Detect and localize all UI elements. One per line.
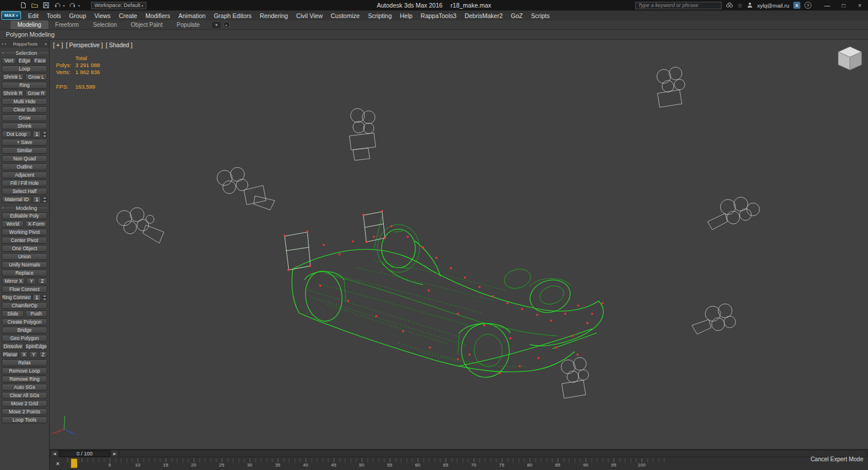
rt-button-similar[interactable]: Similar <box>2 147 47 154</box>
rt-button-planar[interactable]: Planar <box>2 351 19 358</box>
rt-button-shrink-l[interactable]: Shrink L <box>2 73 24 80</box>
menu-customize[interactable]: Customize <box>327 10 364 20</box>
menu-scripts[interactable]: Scripts <box>527 10 554 20</box>
ribbon-tab-object-paint[interactable]: Object Paint <box>124 20 169 29</box>
rt-button-shrink-r[interactable]: Shrink R <box>2 90 24 97</box>
rt-button-replace[interactable]: Replace <box>2 269 47 276</box>
open-file-icon[interactable] <box>31 2 38 9</box>
ribbon-tab-modeling[interactable]: Modeling <box>10 20 48 29</box>
viewcube[interactable] <box>838 47 862 70</box>
rt-button-world[interactable]: World <box>2 220 24 227</box>
redo-icon[interactable] <box>69 2 76 9</box>
rt-button-z[interactable]: Z <box>37 278 47 285</box>
menu-help[interactable]: Help <box>396 10 416 20</box>
rt-button-union[interactable]: Union <box>2 253 47 260</box>
viewport-shading-menu[interactable]: [ Shaded ] <box>106 42 132 48</box>
rt-button-loop-tools[interactable]: Loop Tools <box>2 416 47 423</box>
new-scene-icon[interactable] <box>20 2 27 9</box>
track-bar-strip[interactable] <box>120 450 867 457</box>
rt-button-chamferop[interactable]: ChamferOp <box>2 302 47 309</box>
rt-button-one-object[interactable]: One Object <box>2 245 47 252</box>
rt-button-loop[interactable]: Loop <box>2 65 47 72</box>
menu-rendering[interactable]: Rendering <box>256 10 292 20</box>
panel-close-icon[interactable]: × <box>44 41 47 47</box>
rt-button-x-form[interactable]: X-Form <box>25 220 47 227</box>
rt-button-clear-sub[interactable]: Clear Sub <box>2 106 47 113</box>
rt-button-y[interactable]: Y <box>26 278 36 285</box>
rt-button-dot-loop[interactable]: Dot Loop <box>2 131 32 138</box>
rt-button-z[interactable]: Z <box>39 351 47 358</box>
exchange-apps-icon[interactable]: X <box>793 2 800 9</box>
close-button[interactable]: × <box>852 0 868 10</box>
rt-button-working-pivot[interactable]: Working Pivot <box>2 229 47 236</box>
rt-button-dissolve[interactable]: Dissolve <box>2 343 24 350</box>
rt-spinner-value-dot-loop[interactable]: 1 <box>33 131 41 138</box>
rt-button-remove-loop[interactable]: Remove Loop <box>2 367 47 374</box>
timeline-ruler[interactable]: × 51015202530354045505560657075808590951… <box>50 457 868 470</box>
track-bar[interactable]: ◀ 0 / 100 ▶ <box>50 449 868 457</box>
menu-graph-editors[interactable]: Graph Editors <box>209 10 256 20</box>
rt-button-material-id[interactable]: Material ID <box>2 196 32 203</box>
rt-spinner-value-ring-connect[interactable]: 1 <box>33 294 41 301</box>
rt-button-y[interactable]: Y <box>29 351 37 358</box>
rt-button-flow-connect[interactable]: Flow Connect <box>2 286 47 293</box>
rt-button-slide[interactable]: Slide <box>2 310 24 317</box>
ribbon-minimize-icon[interactable]: ▾ <box>212 22 220 28</box>
menu-animation[interactable]: Animation <box>174 10 210 20</box>
rt-spinner-value-material-id[interactable]: 1 <box>33 196 41 203</box>
maximize-button[interactable]: □ <box>835 0 852 10</box>
ribbon-tab-freeform[interactable]: Freeform <box>48 20 86 29</box>
rt-button-adjacent[interactable]: Adjacent <box>2 171 47 178</box>
ribbon-options-icon[interactable]: ▸ <box>223 22 230 28</box>
rt-button-select-half[interactable]: Select Half <box>2 188 47 195</box>
next-frame-button[interactable]: ▶ <box>111 450 118 457</box>
ribbon-tab-selection[interactable]: Selection <box>86 20 124 29</box>
rt-button-move-2-grid[interactable]: Move 2 Grid <box>2 400 47 407</box>
rt-button-x[interactable]: X <box>20 351 28 358</box>
rt-spinner-arrows-material-id[interactable]: ▴▾ <box>42 196 47 203</box>
viewport-pov-menu[interactable]: [ Perspective ] <box>66 42 103 48</box>
rt-spinner-arrows-dot-loop[interactable]: ▴▾ <box>42 131 47 138</box>
rt-button-fill-fill-hole[interactable]: Fill / Fill Hole <box>2 180 47 187</box>
rt-button-geo-polygon[interactable]: Geo Polygon <box>2 335 47 342</box>
time-slider-handle[interactable] <box>71 458 78 468</box>
menu-scripting[interactable]: Scripting <box>364 10 396 20</box>
menu-civil-view[interactable]: Civil View <box>292 10 327 20</box>
viewport-general-menu[interactable]: [ + ] <box>53 42 63 48</box>
rollout-header-modeling[interactable]: −Modeling <box>2 204 47 212</box>
rt-button-center-pivot[interactable]: Center Pivot <box>2 237 47 244</box>
rt-button-auto-sgs[interactable]: Auto SGs <box>2 384 47 391</box>
menu-edit[interactable]: Edit <box>24 10 43 20</box>
rt-spinner-arrows-ring-connect[interactable]: ▴▾ <box>42 294 47 301</box>
rt-button-shrink[interactable]: Shrink <box>2 122 47 129</box>
rt-button-non-quad[interactable]: Non Quad <box>2 155 47 162</box>
search-input[interactable] <box>635 2 722 9</box>
undo-dropdown-icon[interactable]: ▾ <box>63 3 65 8</box>
menu-tools[interactable]: Tools <box>43 10 65 20</box>
rt-button-outline[interactable]: Outline <box>2 163 47 170</box>
rt-button-save[interactable]: + Save <box>2 139 47 146</box>
rt-button-edge[interactable]: Edge <box>18 57 32 64</box>
menu-views[interactable]: Views <box>90 10 115 20</box>
rt-button-clear-all-sgs[interactable]: Clear All SGs <box>2 392 47 399</box>
favorites-star-icon[interactable]: ☆ <box>737 2 743 9</box>
rt-button-remove-ring[interactable]: Remove Ring <box>2 376 47 383</box>
panel-scroll-left-icon[interactable]: ‹ › <box>2 41 6 47</box>
perspective-viewport[interactable]: [ + ] [ Perspective ] [ Shaded ] Total P… <box>50 40 868 449</box>
user-email[interactable]: xylq@mail.ru <box>757 2 789 9</box>
workspace-dropdown[interactable]: Workspace: Default ▾ <box>91 2 146 9</box>
redo-dropdown-icon[interactable]: ▾ <box>78 3 80 8</box>
rt-button-create-polygon[interactable]: Create Polygon <box>2 318 47 325</box>
rt-button-grow-l[interactable]: Grow L <box>25 73 47 80</box>
rt-button-ring[interactable]: Ring <box>2 82 47 89</box>
menu-debrismaker2[interactable]: DebrisMaker2 <box>460 10 506 20</box>
rt-button-mirror-x[interactable]: Mirror X <box>2 278 25 285</box>
ribbon-tab-populate[interactable]: Populate <box>170 20 206 29</box>
menu-create[interactable]: Create <box>115 10 142 20</box>
rt-button-spinedge[interactable]: SpinEdge <box>25 343 47 350</box>
cancel-expert-mode-button[interactable]: Cancel Expert Mode <box>810 456 863 462</box>
rt-button-push[interactable]: Push <box>25 310 47 317</box>
ribbon-panel-label[interactable]: Polygon Modeling <box>6 31 54 38</box>
camera-rigs[interactable] <box>117 67 760 398</box>
previous-frame-button[interactable]: ◀ <box>51 450 58 457</box>
